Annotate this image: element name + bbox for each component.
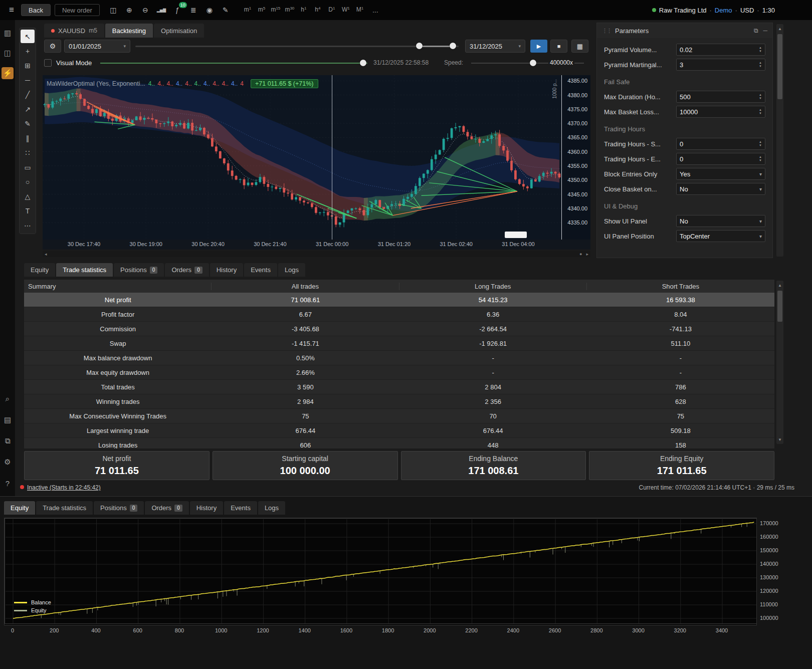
spinner-icon[interactable]: ▲▼ xyxy=(759,93,762,100)
scroll-dot-icon[interactable]: ● xyxy=(579,252,582,257)
spinner-up-icon[interactable]: ▲ xyxy=(759,46,762,50)
channel-tool[interactable]: ∥ xyxy=(21,131,35,145)
param-input-pyramid-martingal[interactable]: 3▲▼ xyxy=(676,59,765,71)
timeframe-m30[interactable]: m30 xyxy=(283,5,296,16)
timeframe-M1[interactable]: M1 xyxy=(353,5,366,16)
param-input-max-duration-ho[interactable]: 500▲▼ xyxy=(676,91,765,103)
spinner-down-icon[interactable]: ▼ xyxy=(759,65,762,68)
scroll-left-icon[interactable]: ◂ xyxy=(43,252,49,257)
ray-tool[interactable]: ↗ xyxy=(21,102,35,116)
layout-grid-icon[interactable]: ◫ xyxy=(107,4,120,16)
bottom-tab-orders[interactable]: Orders0 xyxy=(145,501,188,515)
table-row-largest-winning-trade[interactable]: Largest winning trade676.44676.44509.18 xyxy=(24,423,774,438)
spinner-down-icon[interactable]: ▼ xyxy=(759,159,762,162)
table-row-losing-trades[interactable]: Losing trades606448158 xyxy=(24,438,774,449)
market-watch-icon[interactable]: ▤ xyxy=(2,414,14,426)
tab-logs[interactable]: Logs xyxy=(278,263,305,277)
backtest-settings-button[interactable]: ⚙ xyxy=(44,40,61,53)
cursor-tool[interactable]: ↖ xyxy=(21,30,35,43)
scrollbar-thumb[interactable] xyxy=(777,34,782,99)
spinner-icon[interactable]: ▲▼ xyxy=(759,140,762,147)
parameters-scrollbar[interactable]: ▲ xyxy=(776,24,783,257)
table-row-commission[interactable]: Commission-3 405.68-2 664.54-741.13 xyxy=(24,322,774,336)
account-type[interactable]: Demo xyxy=(715,7,732,14)
spinner-icon[interactable]: ▲▼ xyxy=(759,61,762,68)
menu-icon[interactable]: ≡ xyxy=(6,5,17,16)
timeframe-h1[interactable]: h1 xyxy=(297,5,310,16)
table-scrollbar[interactable]: ▲ ▼ xyxy=(776,281,783,444)
dots-grid-tool[interactable]: ∷ xyxy=(21,146,35,159)
spinner-icon[interactable]: ▲▼ xyxy=(759,155,762,162)
help-icon[interactable]: ? xyxy=(2,477,14,489)
table-row-total-trades[interactable]: Total trades3 5902 804786 xyxy=(24,380,774,394)
table-row-net-profit[interactable]: Net profit71 008.6154 415.2316 593.38 xyxy=(24,293,774,307)
scroll-right-icon[interactable]: ▸ xyxy=(586,252,588,257)
spinner-down-icon[interactable]: ▼ xyxy=(759,112,762,115)
spinner-down-icon[interactable]: ▼ xyxy=(759,144,762,147)
collapse-icon[interactable]: ─ xyxy=(763,27,767,34)
visual-mode-checkbox[interactable] xyxy=(44,59,52,67)
bottom-tab-trade-statistics[interactable]: Trade statistics xyxy=(36,501,93,515)
spinner-up-icon[interactable]: ▲ xyxy=(759,140,762,144)
horizontal-line-tool[interactable]: ─ xyxy=(21,73,35,87)
back-button[interactable]: Back xyxy=(21,4,51,16)
spinner-up-icon[interactable]: ▲ xyxy=(759,108,762,112)
tab-orders[interactable]: Orders0 xyxy=(165,263,209,277)
chart-tab-xauusd[interactable]: XAUUSDm5 xyxy=(44,24,104,38)
param-input-trading-hours-e[interactable]: 0▲▼ xyxy=(676,153,765,165)
spinner-icon[interactable]: ▲▼ xyxy=(759,46,762,53)
speed-handle[interactable] xyxy=(530,60,536,66)
float-window-icon[interactable]: ⧉ xyxy=(754,27,758,34)
scroll-up-icon[interactable]: ▲ xyxy=(776,282,783,289)
settings-icon[interactable]: ⚙ xyxy=(2,456,14,468)
pencil-tool[interactable]: ✎ xyxy=(21,117,35,130)
scroll-up-icon[interactable]: ▲ xyxy=(776,25,783,32)
table-row-max-equity-drawdown[interactable]: Max equity drawdown2.66%-- xyxy=(24,365,774,380)
charts-icon[interactable]: ▥ xyxy=(2,27,14,39)
table-row-swap[interactable]: Swap-1 415.71-1 926.81511.10 xyxy=(24,336,774,351)
chart-horizontal-scrollbar[interactable]: ◂ ● ▸ xyxy=(43,251,590,257)
param-input-show-ui-panel[interactable]: No▾ xyxy=(676,215,765,227)
tab-trade-statistics[interactable]: Trade statistics xyxy=(56,263,113,277)
algo-icon[interactable]: ⚡ xyxy=(2,67,14,79)
spinner-down-icon[interactable]: ▼ xyxy=(759,50,762,53)
bottom-tab-logs[interactable]: Logs xyxy=(258,501,285,515)
tab-positions[interactable]: Positions0 xyxy=(114,263,164,277)
volume-bars-icon[interactable]: ▂▅▇ xyxy=(155,4,168,16)
bottom-tab-history[interactable]: History xyxy=(190,501,223,515)
range-end-handle[interactable] xyxy=(450,43,456,49)
zoom-in-icon[interactable]: ⊕ xyxy=(123,4,136,16)
bottom-tab-positions[interactable]: Positions0 xyxy=(94,501,144,515)
report-button[interactable]: ▦ xyxy=(571,40,588,53)
backtest-progress-slider[interactable] xyxy=(100,63,367,64)
timeframe-W1[interactable]: W1 xyxy=(339,5,352,16)
spinner-up-icon[interactable]: ▲ xyxy=(759,61,762,65)
table-row-max-balance-drawdown[interactable]: Max balance drawdown0.50%-- xyxy=(24,351,774,365)
price-chart[interactable]: MaWilderOptimal (Yes, Exponenti... 4..4.… xyxy=(43,75,561,240)
table-row-winning-trades[interactable]: Winning trades2 9842 356628 xyxy=(24,394,774,409)
price-axis[interactable]: 4385.004380.004375.004370.004365.004360.… xyxy=(561,75,590,240)
chevron-down-icon[interactable]: ▾ xyxy=(759,171,762,177)
scroll-down-icon[interactable]: ▼ xyxy=(776,436,783,443)
param-input-pyramid-volume[interactable]: 0.02▲▼ xyxy=(676,44,765,56)
chevron-down-icon[interactable]: ▾ xyxy=(759,186,762,192)
timeframe-D1[interactable]: D1 xyxy=(325,5,338,16)
param-input-trading-hours-s[interactable]: 0▲▼ xyxy=(676,138,765,150)
more-tools[interactable]: ⋯ xyxy=(21,218,35,232)
indicator-label[interactable]: MaWilderOptimal (Yes, Exponenti... xyxy=(47,80,145,87)
progress-handle[interactable] xyxy=(360,60,366,66)
spinner-icon[interactable]: ▲▼ xyxy=(759,108,762,115)
param-input-max-basket-loss[interactable]: 10000▲▼ xyxy=(676,106,765,118)
scrollbar-thumb[interactable] xyxy=(777,291,782,322)
end-date-field[interactable]: 31/12/2025 ▾ xyxy=(465,40,525,53)
layers-icon[interactable]: ≣ xyxy=(187,4,200,16)
param-input-ui-panel-position[interactable]: TopCenter▾ xyxy=(676,230,765,242)
table-row-profit-factor[interactable]: Profit factor6.676.368.04 xyxy=(24,307,774,322)
stop-button[interactable]: ■ xyxy=(550,40,567,53)
range-start-handle[interactable] xyxy=(416,43,423,49)
timeframe-h4[interactable]: h4 xyxy=(311,5,324,16)
trend-line-tool[interactable]: ╱ xyxy=(21,88,35,101)
spinner-up-icon[interactable]: ▲ xyxy=(759,93,762,97)
ellipse-tool[interactable]: ○ xyxy=(21,175,35,188)
new-order-button[interactable]: New order xyxy=(55,4,100,16)
